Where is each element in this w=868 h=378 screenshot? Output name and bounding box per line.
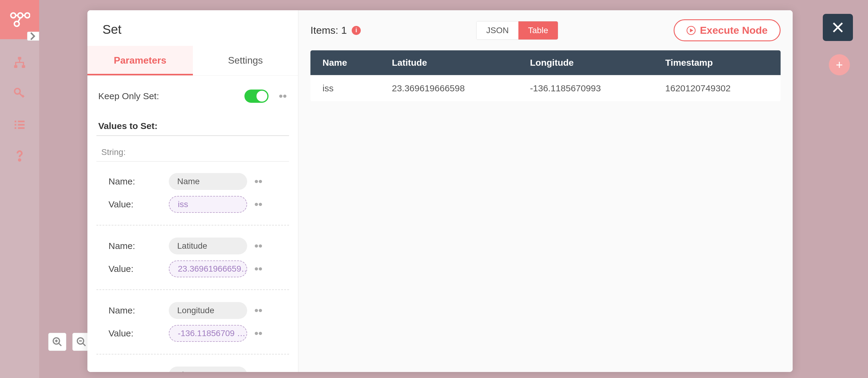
keep-only-set-toggle[interactable] [244, 90, 269, 103]
field-options[interactable] [253, 264, 263, 274]
panel-tabs: Parameters Settings [87, 46, 298, 76]
keep-only-set-row: Keep Only Set: [96, 88, 289, 109]
add-node-button[interactable]: + [829, 54, 850, 75]
sidebar-workflows-icon[interactable] [13, 56, 26, 70]
gear-icon [253, 306, 263, 315]
parameters-scroll[interactable]: Keep Only Set: Values to Set: String: Na… [87, 76, 298, 372]
items-count-label: Items: 1 [310, 24, 347, 36]
info-icon[interactable]: i [352, 26, 361, 35]
field-options[interactable] [253, 370, 263, 372]
node-editor-modal: Set Parameters Settings Keep Only Set: V… [87, 10, 793, 372]
keep-only-set-label: Keep Only Set: [98, 91, 159, 101]
field-value-label: Value: [108, 328, 163, 339]
svg-line-23 [83, 343, 86, 346]
svg-point-35 [255, 267, 258, 271]
table-cell: -136.1185670993 [518, 75, 653, 102]
zoom-controls [48, 333, 90, 351]
plus-icon: + [836, 58, 843, 72]
svg-point-28 [283, 95, 287, 98]
table-row[interactable]: iss 23.369619666598 -136.1185670993 1620… [310, 75, 781, 102]
svg-point-1 [18, 13, 23, 18]
svg-rect-14 [18, 121, 25, 122]
output-table: Name Latitude Longitude Timestamp iss 23… [310, 50, 781, 101]
tab-settings[interactable]: Settings [193, 46, 299, 75]
field-options[interactable] [253, 199, 263, 209]
field-value-expression[interactable]: -136.11856709 … [169, 325, 247, 342]
table-header: Name [310, 50, 380, 75]
gear-icon [253, 241, 263, 251]
svg-rect-13 [15, 127, 17, 129]
string-field-group: Name: Value: 1620120749302 [96, 364, 289, 372]
view-json-button[interactable]: JSON [476, 22, 518, 39]
gear-icon [253, 370, 263, 372]
view-table-button[interactable]: Table [518, 22, 558, 39]
field-name-label: Name: [108, 305, 163, 316]
svg-line-6 [18, 18, 20, 22]
app-sidebar [0, 0, 39, 378]
sidebar-expand-handle[interactable] [27, 32, 39, 41]
field-value-expression[interactable]: iss [169, 196, 247, 213]
field-options[interactable] [253, 241, 263, 251]
svg-point-3 [14, 22, 19, 26]
svg-point-40 [259, 332, 262, 335]
svg-point-31 [255, 203, 258, 206]
field-name-input[interactable] [169, 367, 247, 372]
close-icon [830, 20, 845, 35]
zoom-in-icon [52, 337, 63, 347]
table-cell: 23.369619666598 [380, 75, 518, 102]
field-name-input[interactable] [169, 302, 247, 319]
svg-point-17 [19, 159, 21, 161]
sidebar-help-icon[interactable] [13, 149, 26, 163]
svg-point-2 [25, 13, 30, 18]
field-name-input[interactable] [169, 238, 247, 254]
field-name-label: Name: [108, 241, 163, 251]
zoom-in-button[interactable] [48, 333, 66, 351]
tab-parameters[interactable]: Parameters [87, 46, 193, 75]
svg-point-33 [255, 245, 258, 248]
table-cell: iss [310, 75, 380, 102]
table-header: Longitude [518, 50, 653, 75]
field-name-input[interactable] [169, 173, 247, 190]
field-value-label: Value: [108, 264, 163, 274]
output-panel: Items: 1 i JSON Table Execute Node Name … [299, 10, 793, 372]
svg-line-19 [59, 343, 61, 346]
list-icon [13, 118, 26, 131]
field-value-label: Value: [108, 199, 163, 210]
execute-node-label: Execute Node [700, 24, 768, 36]
field-value-expression[interactable]: 23.36961966659… [169, 260, 247, 277]
svg-rect-9 [22, 65, 25, 68]
svg-point-32 [259, 203, 262, 206]
app-logo[interactable] [0, 0, 39, 39]
svg-rect-16 [18, 127, 25, 129]
node-title: Set [87, 10, 298, 46]
field-options[interactable] [253, 328, 263, 338]
play-icon [687, 26, 695, 35]
table-cell: 1620120749302 [653, 75, 781, 102]
svg-point-36 [259, 267, 262, 271]
output-view-toggle: JSON Table [476, 21, 558, 40]
sidebar-executions-icon[interactable] [13, 118, 26, 132]
gear-icon [253, 264, 263, 274]
close-modal-button[interactable] [823, 14, 853, 41]
output-header: Items: 1 i JSON Table Execute Node [310, 19, 781, 41]
sidebar-credentials-icon[interactable] [13, 87, 26, 101]
n8n-logo-icon [9, 9, 30, 30]
keep-only-set-options[interactable] [278, 91, 287, 101]
table-header: Timestamp [653, 50, 781, 75]
svg-point-29 [255, 180, 258, 183]
sitemap-icon [13, 56, 26, 69]
svg-rect-8 [14, 65, 18, 68]
gear-icon [278, 91, 287, 101]
question-icon [13, 149, 26, 162]
items-count: Items: 1 i [310, 24, 361, 36]
key-icon [13, 87, 26, 100]
gear-icon [253, 199, 263, 209]
field-options[interactable] [253, 177, 263, 186]
table-header: Latitude [380, 50, 518, 75]
field-options[interactable] [253, 306, 263, 315]
string-field-group: Name: Value: -136.11856709 … [96, 299, 289, 354]
svg-point-30 [259, 180, 262, 183]
execute-node-button[interactable]: Execute Node [674, 19, 781, 41]
gear-icon [253, 177, 263, 186]
svg-point-37 [255, 309, 258, 312]
